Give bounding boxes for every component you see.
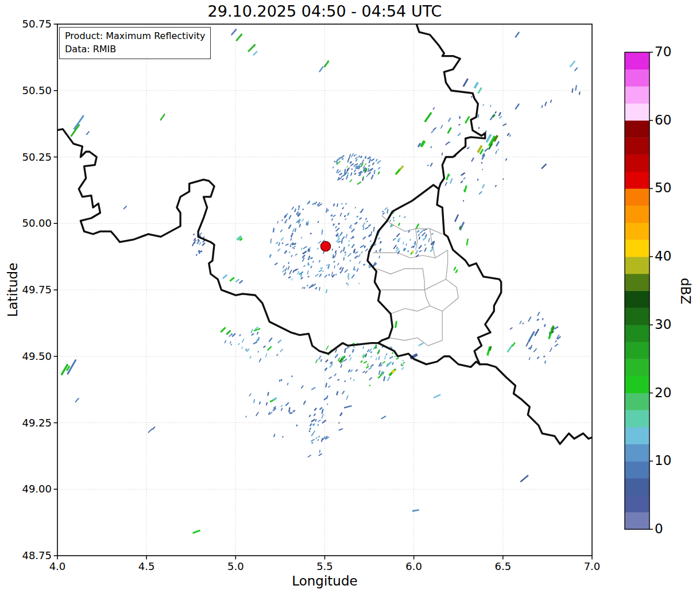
colorbar-band	[625, 137, 649, 154]
y-tick-label: 50.50	[0, 84, 52, 96]
y-tick-label: 49.50	[0, 350, 52, 362]
colorbar-tick-label: 10	[655, 453, 671, 468]
colorbar-band	[625, 257, 649, 274]
figure-background	[0, 0, 700, 597]
colorbar-band	[625, 393, 649, 410]
colorbar-tick-label: 50	[655, 180, 671, 195]
echo-pixel	[339, 246, 341, 248]
colorbar-band	[625, 291, 649, 308]
colorbar-band	[625, 121, 649, 138]
colorbar-band	[625, 359, 649, 376]
colorbar-tick-label: 0	[655, 521, 663, 536]
colorbar-band	[625, 69, 649, 87]
radar-map-figure: 29.10.2025 04:50 - 04:54 UTC Product: Ma…	[0, 0, 700, 597]
product-line: Product: Maximum Reflectivity	[65, 30, 205, 43]
colorbar-band	[625, 52, 649, 69]
echo-pixel	[296, 424, 298, 427]
colorbar-band	[625, 461, 649, 478]
colorbar-tick-label: 70	[655, 44, 671, 59]
colorbar-band	[625, 86, 649, 103]
colorbar-band	[625, 239, 649, 257]
colorbar-band	[625, 188, 649, 206]
y-tick-label: 49.25	[0, 417, 52, 429]
echo-pixel	[326, 264, 328, 266]
colorbar-band	[625, 478, 649, 495]
colorbar-tick-label: 60	[655, 113, 671, 127]
colorbar-tick-label: 20	[655, 385, 671, 400]
y-tick-label: 49.75	[0, 284, 52, 296]
colorbar-band	[625, 154, 649, 172]
colorbar-band	[625, 172, 649, 189]
colorbar-label: dBZ	[678, 278, 693, 304]
colorbar-band	[625, 103, 649, 121]
x-tick-label: 6.0	[396, 560, 432, 572]
colorbar-band	[625, 342, 649, 359]
data-source-line: Data: RMIB	[65, 43, 205, 56]
x-tick-label: 5.0	[217, 560, 254, 572]
colorbar-band	[625, 325, 649, 342]
colorbar-band	[625, 274, 649, 291]
colorbar-band	[625, 444, 649, 462]
x-tick-label: 4.0	[39, 560, 76, 572]
radar-site-dot	[321, 242, 331, 251]
colorbar-band	[625, 206, 649, 223]
colorbar-band	[625, 495, 649, 513]
x-tick-label: 7.0	[574, 560, 610, 572]
colorbar-band	[625, 427, 649, 444]
colorbar-band	[625, 376, 649, 393]
x-axis-label: Longitude	[57, 573, 592, 588]
colorbar-band	[625, 410, 649, 427]
map-canvas	[0, 0, 700, 597]
colorbar-band	[625, 308, 649, 325]
annotation-box: Product: Maximum Reflectivity Data: RMIB	[59, 27, 211, 59]
colorbar-band	[625, 223, 649, 240]
x-tick-label: 4.5	[128, 560, 165, 572]
y-tick-label: 50.25	[0, 151, 52, 163]
echo-pixel	[407, 250, 409, 252]
colorbar-tick-label: 40	[655, 249, 671, 263]
y-tick-label: 50.00	[0, 217, 52, 229]
colorbar	[625, 52, 653, 529]
chart-title: 29.10.2025 04:50 - 04:54 UTC	[57, 2, 592, 21]
y-tick-label: 49.00	[0, 483, 52, 495]
y-tick-label: 50.75	[0, 18, 52, 30]
y-tick-label: 48.75	[0, 549, 52, 561]
x-tick-label: 6.5	[485, 560, 521, 572]
colorbar-band	[625, 512, 649, 529]
colorbar-tick-label: 30	[655, 317, 671, 332]
x-tick-label: 5.5	[307, 560, 343, 572]
